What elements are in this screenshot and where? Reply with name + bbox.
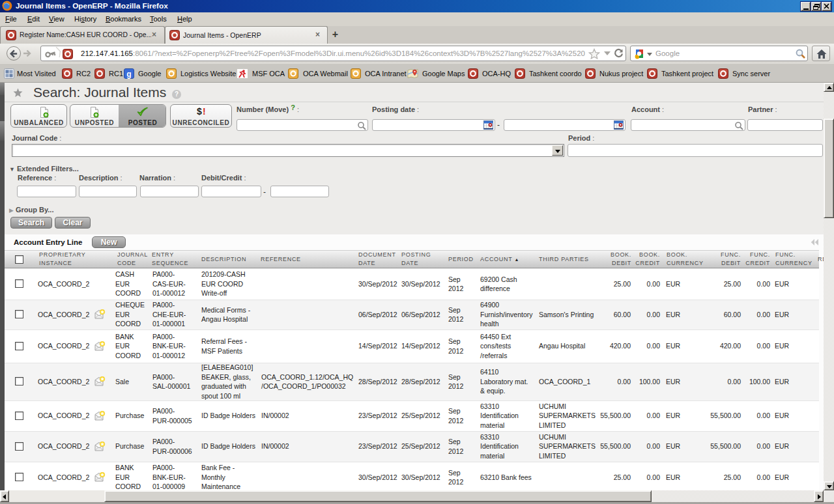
svg-text:g: g	[126, 70, 131, 79]
